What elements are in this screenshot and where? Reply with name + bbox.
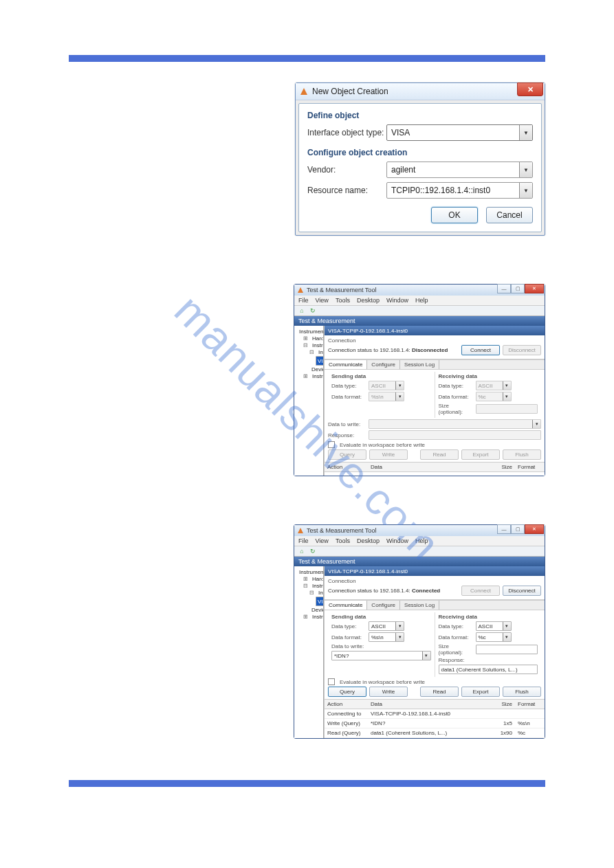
tree-device-objects[interactable]: Device Objects <box>311 607 324 613</box>
data-type-label: Data type: <box>331 623 366 630</box>
data-type-label: Data type: <box>331 383 366 389</box>
minimize-button[interactable]: — <box>497 524 511 534</box>
menu-desktop[interactable]: Desktop <box>357 537 380 544</box>
menubar[interactable]: File View Tools Desktop Window Help <box>294 536 545 546</box>
cancel-button[interactable]: Cancel <box>486 207 533 223</box>
tab-configure[interactable]: Configure <box>367 360 400 369</box>
write-button[interactable]: Write <box>369 687 408 697</box>
tree-drivers[interactable]: Instrument Drivers <box>312 373 324 379</box>
tree-instrument-objects[interactable]: Instrument Objects <box>312 342 324 348</box>
menu-window[interactable]: Window <box>386 537 408 544</box>
tab-communicate[interactable]: Communicate <box>325 601 367 610</box>
tree-selected-object[interactable]: VISA-TCPIP-0-192.168.1.4-inst0 <box>316 356 324 366</box>
eval-checkbox[interactable] <box>328 678 335 685</box>
query-button: Query <box>328 449 366 460</box>
new-object-dialog: New Object Creation ✕ Define object Inte… <box>295 82 545 236</box>
menu-file[interactable]: File <box>298 297 309 304</box>
tree-hardware[interactable]: Hardware <box>312 576 324 582</box>
send-format-select[interactable]: %s\n▾ <box>369 632 404 642</box>
recv-type-select[interactable]: ASCII▾ <box>476 621 512 631</box>
interface-type-combo[interactable]: VISA▼ <box>386 124 533 141</box>
status-value: Disconnected <box>412 347 448 353</box>
refresh-icon[interactable]: ↻ <box>309 307 316 314</box>
size-label: Size (optional): <box>439 643 473 656</box>
tree-device-objects[interactable]: Device Objects <box>311 366 324 372</box>
disconnect-button[interactable]: Disconnect <box>503 586 541 596</box>
recv-format-select[interactable]: %c▾ <box>476 632 512 642</box>
define-object-label: Define object <box>307 111 533 120</box>
read-button: Read <box>420 449 459 460</box>
menu-help[interactable]: Help <box>415 297 428 304</box>
menu-help[interactable]: Help <box>415 537 428 544</box>
menu-window[interactable]: Window <box>386 297 408 304</box>
ok-button[interactable]: OK <box>431 207 478 223</box>
app-icon <box>297 527 304 534</box>
vendor-combo[interactable]: agilent▼ <box>386 162 533 178</box>
disconnect-button: Disconnect <box>503 345 541 355</box>
maximize-button[interactable]: ▢ <box>511 524 525 534</box>
chevron-down-icon: ▼ <box>519 183 532 198</box>
menu-file[interactable]: File <box>298 537 309 544</box>
data-to-write-label: Data to write: <box>328 421 366 427</box>
tree-selected-object[interactable]: VISA-TCPIP-0-192.168.1.4-inst0 <box>316 597 324 606</box>
tree-interface-objects[interactable]: Interface Objects <box>318 349 324 355</box>
tree-panel[interactable]: Instrument Control Toolbox ⊞Hardware ⊟In… <box>294 566 324 738</box>
menubar[interactable]: File View Tools Desktop Window Help <box>294 296 545 306</box>
resource-label: Resource name: <box>307 186 386 195</box>
root-tab[interactable]: Test & Measurement <box>294 557 545 566</box>
menu-tools[interactable]: Tools <box>336 297 350 304</box>
dialog-titlebar[interactable]: New Object Creation ✕ <box>296 83 545 100</box>
tm-titlebar[interactable]: Test & Measurement Tool —▢✕ <box>294 525 545 536</box>
size-label: Size (optional): <box>439 403 473 415</box>
app-icon <box>300 87 308 96</box>
tab-session-log[interactable]: Session Log <box>400 360 439 369</box>
tm-titlebar[interactable]: Test & Measurement Tool —▢✕ <box>294 285 545 296</box>
pane-tabs[interactable]: Communicate Configure Session Log <box>325 359 545 370</box>
tab-communicate[interactable]: Communicate <box>325 360 367 369</box>
chevron-down-icon: ▾ <box>532 420 540 428</box>
svg-marker-2 <box>298 528 303 533</box>
read-button[interactable]: Read <box>420 687 459 697</box>
tab-session-log[interactable]: Session Log <box>400 601 439 610</box>
close-button[interactable]: ✕ <box>517 82 543 96</box>
chevron-down-icon: ▾ <box>503 392 511 401</box>
menu-tools[interactable]: Tools <box>336 537 350 544</box>
tab-configure[interactable]: Configure <box>367 601 400 610</box>
send-type-select[interactable]: ASCII▾ <box>369 621 404 631</box>
write-data-select[interactable]: *IDN?▾ <box>331 651 431 660</box>
resource-combo[interactable]: TCPIP0::192.168.1.4::inst0▼ <box>386 182 533 199</box>
menu-view[interactable]: View <box>316 297 329 304</box>
response-field <box>369 430 541 440</box>
home-icon[interactable]: ⌂ <box>298 307 305 314</box>
toolbar: ⌂ ↻ <box>294 306 545 316</box>
chevron-down-icon: ▾ <box>395 622 404 630</box>
minimize-button[interactable]: — <box>497 284 511 293</box>
close-button[interactable]: ✕ <box>525 524 544 534</box>
pane-title: VISA-TCPIP-0-192.168.1.4-inst0 <box>325 566 545 576</box>
tree-instrument-objects[interactable]: Instrument Objects <box>312 583 324 589</box>
close-button[interactable]: ✕ <box>525 284 544 293</box>
response-label: Response: <box>328 432 366 438</box>
tree-interface-objects[interactable]: Interface Objects <box>318 590 324 596</box>
menu-desktop[interactable]: Desktop <box>357 297 380 304</box>
refresh-icon[interactable]: ↻ <box>309 548 316 555</box>
menu-view[interactable]: View <box>316 537 329 544</box>
eval-checkbox <box>328 441 335 448</box>
flush-button[interactable]: Flush <box>503 687 541 697</box>
tree-drivers[interactable]: Instrument Drivers <box>312 614 324 620</box>
pane-tabs[interactable]: Communicate Configure Session Log <box>325 600 545 610</box>
home-icon[interactable]: ⌂ <box>298 548 305 555</box>
chevron-down-icon: ▼ <box>519 162 532 177</box>
tree-root[interactable]: Instrument Control Toolbox <box>299 569 324 575</box>
tree-panel[interactable]: Instrument Control Toolbox ⊞Hardware ⊟In… <box>294 326 324 476</box>
size-input[interactable] <box>476 645 538 654</box>
query-button[interactable]: Query <box>328 687 366 697</box>
tree-hardware[interactable]: Hardware <box>312 335 324 342</box>
flush-button: Flush <box>503 449 541 460</box>
root-tab[interactable]: Test & Measurement <box>294 316 545 326</box>
export-button[interactable]: Export <box>461 687 500 697</box>
tree-root[interactable]: Instrument Control Toolbox <box>299 329 324 335</box>
maximize-button[interactable]: ▢ <box>511 284 525 293</box>
svg-marker-1 <box>298 287 303 293</box>
connect-button[interactable]: Connect <box>461 345 500 355</box>
